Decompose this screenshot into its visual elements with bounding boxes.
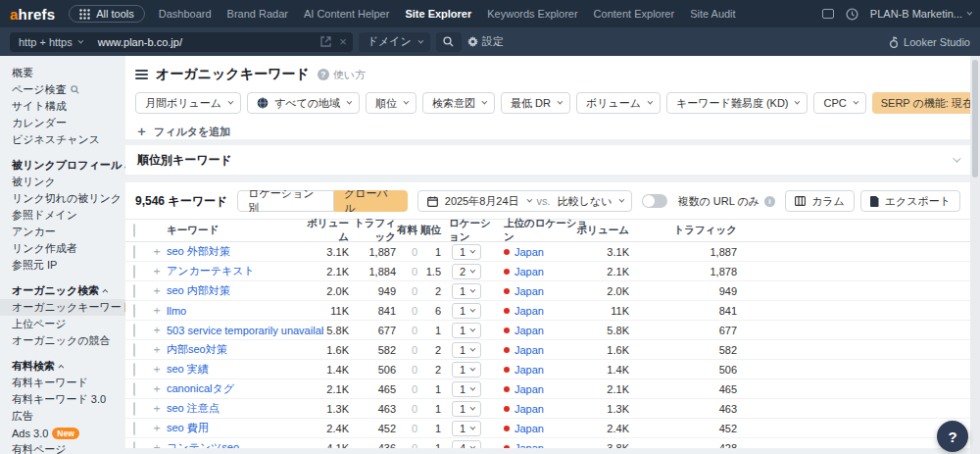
row-checkbox[interactable] [133, 245, 135, 259]
filter-pill[interactable]: 月間ボリューム [135, 92, 241, 114]
location-select[interactable]: 2 [452, 264, 481, 279]
filter-pill[interactable]: CPC [813, 92, 865, 114]
row-checkbox[interactable] [133, 304, 135, 318]
nav-item-brand-radar[interactable]: Brand Radar [227, 8, 288, 20]
sidebar-item[interactable]: ビジネスチャンス [12, 131, 125, 148]
top-location-link[interactable]: Japan [514, 423, 544, 434]
sidebar-item[interactable]: ページ検査 [12, 81, 125, 98]
clear-url-icon[interactable]: × [339, 34, 347, 49]
col-keyword[interactable]: キーワード [167, 224, 323, 237]
row-checkbox[interactable] [133, 324, 135, 337]
sidebar-item[interactable]: 被リンク [12, 174, 125, 190]
location-select[interactable]: 1 [452, 381, 481, 397]
top-location-link[interactable]: Japan [514, 246, 544, 258]
expand-row-icon[interactable]: ＋ [151, 401, 163, 415]
filter-pill[interactable]: ボリューム [576, 92, 661, 114]
top-location-link[interactable]: Japan [514, 325, 544, 336]
nav-item-ai-content-helper[interactable]: AI Content Helper [304, 8, 389, 20]
positions-panel[interactable]: 順位別キーワード [125, 145, 970, 175]
expand-row-icon[interactable]: ＋ [151, 283, 163, 297]
nav-item-content-explorer[interactable]: Content Explorer [594, 8, 675, 20]
external-link-icon[interactable] [320, 36, 331, 47]
sidebar-item[interactable]: リンク作成者 [12, 240, 125, 257]
looker-studio-link[interactable]: Looker Studio [889, 36, 970, 48]
nav-item-keywords-explorer[interactable]: Keywords Explorer [487, 8, 577, 20]
window-icon[interactable] [822, 9, 834, 19]
sidebar-item[interactable]: 参照ドメイン [12, 207, 125, 224]
sidebar-section-header[interactable]: 被リンクプロフィール [12, 157, 125, 174]
scrollbar-thumb[interactable] [972, 60, 978, 177]
serp-features-filter[interactable]: SERP の機能: 現在 含む＋ × [872, 92, 980, 114]
collapse-sidebar-icon[interactable] [135, 70, 148, 79]
keyword-link[interactable]: seo 実績 [167, 363, 209, 375]
filter-pill[interactable]: 検索意図 [422, 92, 495, 114]
expand-row-icon[interactable]: ＋ [151, 342, 163, 356]
expand-row-icon[interactable]: ＋ [151, 323, 163, 336]
protocol-select[interactable]: http + https [10, 32, 90, 52]
location-select[interactable]: 1 [452, 244, 481, 260]
sidebar-item[interactable]: 有料キーワード [12, 375, 125, 391]
top-location-link[interactable]: Japan [514, 364, 544, 376]
col-traffic-2[interactable]: トラフィック [629, 224, 737, 237]
row-checkbox[interactable] [133, 284, 135, 298]
filter-pill[interactable]: すべての地域 [247, 92, 360, 114]
col-volume-2[interactable]: ボリューム [574, 224, 629, 237]
row-checkbox[interactable] [133, 265, 135, 278]
col-volume[interactable]: ボリューム [304, 217, 349, 244]
sidebar-item[interactable]: オーガニックの競合 [12, 332, 125, 349]
expand-row-icon[interactable]: ＋ [151, 264, 163, 277]
sidebar-item[interactable]: 概要 [12, 65, 125, 81]
multiple-urls-toggle[interactable] [642, 194, 667, 208]
row-checkbox[interactable] [133, 343, 135, 357]
row-checkbox[interactable] [133, 402, 135, 416]
filter-pill[interactable]: 順位 [366, 92, 416, 114]
filter-pill[interactable]: キーワード難易度 (KD) [666, 92, 808, 114]
info-icon[interactable]: i [764, 196, 775, 207]
top-location-link[interactable]: Japan [514, 285, 544, 297]
top-location-link[interactable]: Japan [514, 403, 544, 415]
nav-item-site-audit[interactable]: Site Audit [690, 8, 735, 20]
sidebar-item[interactable]: 広告 [12, 408, 125, 425]
keyword-link[interactable]: アンカーテキスト [167, 265, 255, 277]
keyword-link[interactable]: seo 注意点 [167, 402, 220, 414]
help-fab-button[interactable]: ? [937, 421, 968, 452]
col-location[interactable]: ロケーション [441, 217, 492, 244]
top-location-link[interactable]: Japan [514, 344, 544, 356]
export-button[interactable]: エクスポート [860, 190, 960, 212]
sidebar-section-header[interactable]: 有料検索 [12, 358, 125, 375]
location-select[interactable]: 1 [452, 421, 481, 436]
search-button[interactable] [436, 32, 462, 52]
by-location-segment[interactable]: ロケーション別 [237, 190, 334, 212]
row-checkbox[interactable] [133, 441, 135, 449]
page-scrollbar[interactable] [970, 56, 980, 454]
sidebar-item[interactable]: Ads 3.0New [12, 425, 125, 441]
sidebar-item[interactable]: アンカー [12, 224, 125, 240]
select-all-checkbox[interactable] [133, 224, 135, 237]
location-select[interactable]: 1 [452, 401, 481, 417]
date-picker[interactable]: 2025年8月24日 vs. 比較しない [417, 190, 633, 212]
columns-button[interactable]: カラム [785, 190, 855, 212]
keyword-link[interactable]: seo 外部対策 [167, 245, 230, 257]
keyword-link[interactable]: llmo [167, 305, 186, 317]
top-location-link[interactable]: Japan [514, 305, 544, 317]
all-tools-button[interactable]: All tools [69, 5, 145, 23]
expand-row-icon[interactable]: ＋ [151, 362, 163, 376]
location-select[interactable]: 4 [452, 440, 481, 449]
sidebar-section-header[interactable]: オーガニック検索 [12, 282, 125, 299]
history-icon[interactable] [846, 8, 858, 21]
keyword-link[interactable]: canonicalタグ [167, 382, 234, 394]
location-select[interactable]: 1 [452, 303, 481, 319]
keyword-link[interactable]: 内部seo対策 [167, 343, 227, 355]
top-location-link[interactable]: Japan [514, 383, 544, 395]
sidebar-item[interactable]: 上位ページ [12, 316, 125, 332]
row-checkbox[interactable] [133, 422, 135, 435]
location-select[interactable]: 1 [452, 323, 481, 338]
row-checkbox[interactable] [133, 363, 135, 377]
expand-row-icon[interactable]: ＋ [151, 244, 163, 258]
keyword-link[interactable]: コンテンツseo [167, 441, 239, 448]
filter-pill[interactable]: 最低 DR [501, 92, 570, 114]
top-location-link[interactable]: Japan [514, 266, 544, 277]
how-to-use-link[interactable]: ?使い方 [318, 68, 366, 82]
keyword-link[interactable]: seo 内部対策 [167, 284, 230, 296]
keyword-link[interactable]: 503 service temporarily unavailable [167, 325, 323, 336]
